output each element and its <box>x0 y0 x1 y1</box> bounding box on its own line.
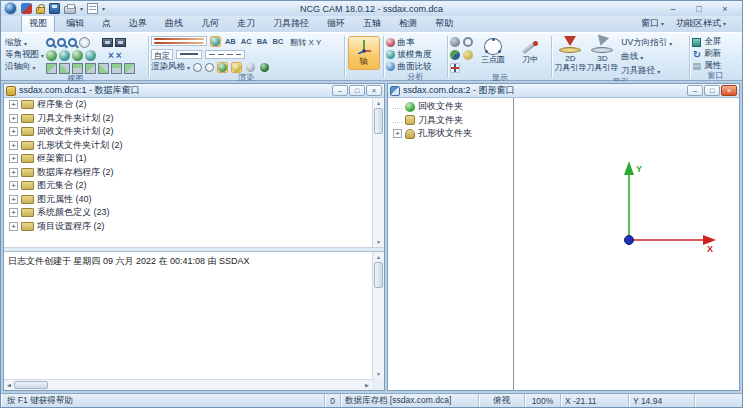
shaded-mode-icon[interactable] <box>210 36 221 47</box>
log-vertical-scrollbar[interactable]: ▲ ▼ <box>372 252 384 379</box>
tree-item-hole-folder-plans[interactable]: +孔形状文件夹计划 (2) <box>4 139 384 153</box>
save-icon[interactable] <box>49 3 60 14</box>
zoom-dropdown[interactable]: 缩放▾ <box>5 37 44 49</box>
scroll-left-icon[interactable]: ◀ <box>4 382 14 388</box>
tab-curve[interactable]: 曲线 <box>158 16 190 32</box>
scroll-thumb[interactable] <box>374 262 383 288</box>
tree-item-tool-folder-plans[interactable]: +刀具文件夹计划 (2) <box>4 112 384 126</box>
tab-geometry[interactable]: 几何 <box>194 16 226 32</box>
expand-icon[interactable]: + <box>9 181 18 190</box>
display-ring-icon[interactable] <box>463 37 473 47</box>
view-right-icon[interactable] <box>111 63 122 74</box>
sort-bc-button[interactable]: BC <box>271 37 284 46</box>
line-pattern-selector[interactable] <box>205 50 245 59</box>
toolpath-guide-dropdown[interactable]: 刀具路径▾ <box>621 65 672 77</box>
tab-edit[interactable]: 编辑 <box>59 16 91 32</box>
tab-passes[interactable]: 走刀 <box>230 16 262 32</box>
view-left-icon[interactable] <box>98 63 109 74</box>
surface-compare-button[interactable]: 曲面比较 <box>386 61 432 72</box>
solid-style-icon[interactable] <box>259 62 270 73</box>
viewport-single-icon[interactable] <box>102 38 113 47</box>
curve-guide-dropdown[interactable]: 曲线▾ <box>621 51 672 63</box>
guide-2d-button[interactable]: 2D 刀具引导 <box>554 35 586 72</box>
iso-view-1-icon[interactable] <box>46 50 57 61</box>
db-maximize-button[interactable]: □ <box>349 85 365 96</box>
qat-customize-icon[interactable]: ▾ <box>102 5 105 12</box>
expand-icon[interactable]: + <box>9 114 18 123</box>
scroll-up-icon[interactable]: ▲ <box>373 98 384 108</box>
tree-item-entity-sets[interactable]: +图元集合 (2) <box>4 179 384 193</box>
properties-button[interactable]: ▤属性 <box>692 61 721 71</box>
tree-item-entity-attributes[interactable]: +图元属性 (40) <box>4 193 384 207</box>
line-width-selector[interactable] <box>176 50 202 59</box>
zoom-window-icon[interactable] <box>68 38 77 47</box>
line-style-preview[interactable] <box>151 36 207 46</box>
view-bottom-icon[interactable] <box>59 63 70 74</box>
print-icon[interactable] <box>64 6 76 14</box>
sort-ac-button[interactable]: AC <box>240 37 253 46</box>
tree-item-tool-folder[interactable]: 刀具文件夹 <box>388 114 513 128</box>
expand-icon[interactable]: + <box>9 195 18 204</box>
axis-toggle-button[interactable]: 轴 <box>348 36 380 70</box>
tree-item-recycle-folder[interactable]: 回收文件夹 <box>388 100 513 114</box>
expand-icon[interactable]: + <box>9 100 18 109</box>
scroll-up-icon[interactable]: ▲ <box>373 252 384 262</box>
database-window-titlebar[interactable]: ssdax.com.dca:1 - 数据库窗口 – □ × <box>4 84 384 98</box>
view-custom-icon[interactable] <box>124 63 135 74</box>
maximize-button[interactable]: □ <box>689 3 709 15</box>
close-button[interactable]: × <box>715 3 735 15</box>
graphics-window-titlebar[interactable]: ssdax.com.dca:2 - 图形窗口 – □ × <box>388 84 739 98</box>
tree-item-project-settings[interactable]: +项目设置程序 (2) <box>4 220 384 234</box>
window-menu[interactable]: 窗口▾ <box>641 17 664 30</box>
draft-angle-button[interactable]: 拔模角度 <box>386 49 432 60</box>
scroll-down-icon[interactable]: ▼ <box>373 369 384 379</box>
scroll-thumb[interactable] <box>374 108 383 134</box>
gfx-minimize-button[interactable]: – <box>687 85 703 96</box>
fit-view-icon[interactable]: × <box>108 50 114 61</box>
flip-xy-button[interactable]: 翻转 X Y <box>287 36 324 47</box>
tree-item-program-sets[interactable]: +程序集合 (2) <box>4 98 384 112</box>
custom-render-button[interactable]: 自定 <box>151 49 173 60</box>
display-axes-icon[interactable] <box>450 63 460 73</box>
tree-scrollbar[interactable]: ▲ ▼ <box>372 98 384 247</box>
expand-icon[interactable]: + <box>9 168 18 177</box>
tab-fiveaxis[interactable]: 五轴 <box>356 16 388 32</box>
expand-icon[interactable]: + <box>9 127 18 136</box>
curvature-button[interactable]: 曲率 <box>386 37 432 48</box>
tab-cycle[interactable]: 循环 <box>320 16 352 32</box>
expand-icon[interactable]: + <box>9 208 18 217</box>
tree-item-system-colors[interactable]: +系统颜色定义 (23) <box>4 206 384 220</box>
log-horizontal-scrollbar[interactable]: ◀ ▶ <box>4 379 372 390</box>
iso-view-2-icon[interactable] <box>59 50 70 61</box>
shaded-edges-style-icon[interactable] <box>231 62 242 73</box>
expand-icon[interactable]: + <box>393 129 402 138</box>
tab-inspect[interactable]: 检测 <box>392 16 424 32</box>
translucent-style-icon[interactable] <box>245 62 256 73</box>
isometric-view-dropdown[interactable]: 等角视图▾ <box>5 49 44 61</box>
render-style-dropdown[interactable]: 渲染风格▾ <box>151 61 190 73</box>
tab-help[interactable]: 帮助 <box>428 16 460 32</box>
tree-item-frame-window[interactable]: +框架窗口 (1) <box>4 152 384 166</box>
tree-item-hole-folder[interactable]: +孔形状文件夹 <box>388 127 513 141</box>
display-point-icon[interactable] <box>463 50 473 60</box>
tab-toolpath[interactable]: 刀具路径 <box>266 16 316 32</box>
edit-icon[interactable] <box>21 3 32 14</box>
tab-view[interactable]: 视图 <box>21 15 55 32</box>
fit-all-icon[interactable]: × <box>116 50 122 61</box>
wireframe-style-icon[interactable] <box>193 63 202 72</box>
expand-icon[interactable]: + <box>9 141 18 150</box>
scroll-down-icon[interactable]: ▼ <box>373 237 384 247</box>
ribbon-style-menu[interactable]: 功能区样式▾ <box>676 17 726 30</box>
tree-item-recycle-folder-plans[interactable]: +回收文件夹计划 (2) <box>4 125 384 139</box>
gfx-maximize-button[interactable]: □ <box>704 85 720 96</box>
shaded-style-icon[interactable] <box>217 62 228 73</box>
view-top-icon[interactable] <box>46 63 57 74</box>
tool-center-button[interactable]: 刀中 <box>513 37 547 73</box>
uv-direction-guide-dropdown[interactable]: UV方向指引▾ <box>621 37 672 49</box>
along-axis-dropdown[interactable]: 沿轴向▾ <box>5 61 44 73</box>
log-pane[interactable]: 日志文件创建于 星期四 09 六月 2022 在 00:41:08 由 SSDA… <box>4 252 384 390</box>
view-back-icon[interactable] <box>85 63 96 74</box>
hidden-line-style-icon[interactable] <box>205 63 214 72</box>
print-dropdown-icon[interactable]: ▾ <box>80 5 83 12</box>
graphics-canvas[interactable]: Y X <box>514 98 739 390</box>
